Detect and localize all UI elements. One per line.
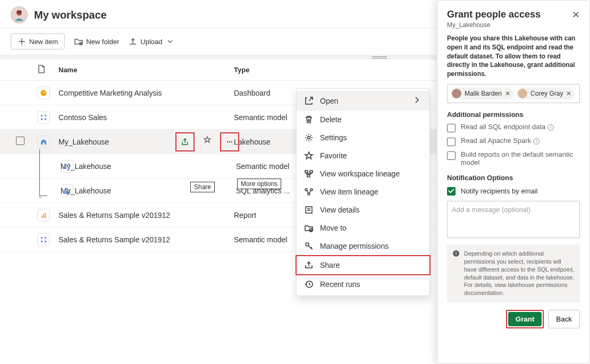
svg-rect-11: [64, 164, 66, 165]
back-button[interactable]: Back: [548, 310, 580, 328]
svg-rect-19: [41, 237, 43, 239]
star-icon: [304, 151, 314, 160]
new-item-button[interactable]: New item: [11, 33, 65, 49]
svg-rect-5: [41, 118, 43, 120]
row-name[interactable]: Sales & Returns Sample v201912: [58, 235, 234, 244]
svg-rect-12: [68, 164, 70, 165]
avatar: [518, 89, 527, 98]
checkbox-spark[interactable]: [447, 138, 456, 146]
menu-delete[interactable]: Delete: [297, 111, 429, 129]
column-header-type[interactable]: Type: [234, 66, 314, 74]
info-icon: i: [452, 250, 460, 257]
favorite-icon[interactable]: [200, 132, 215, 147]
svg-point-28: [310, 189, 313, 191]
semantic-icon: [61, 160, 73, 173]
panel-title: Grant people access: [447, 9, 541, 20]
svg-rect-4: [45, 115, 46, 116]
upload-label: Upload: [140, 38, 162, 46]
report-icon: [37, 209, 50, 222]
folder-plus-icon: [74, 37, 83, 46]
avatar: [452, 89, 461, 98]
upload-button[interactable]: Upload: [129, 37, 174, 46]
semantic-icon: [37, 233, 50, 246]
more-options-icon[interactable]: [222, 134, 237, 149]
chevron-down-icon: [166, 37, 174, 46]
remove-chip-icon[interactable]: ✕: [505, 90, 510, 97]
key-icon: [304, 241, 314, 251]
svg-rect-14: [68, 167, 70, 169]
svg-rect-30: [306, 207, 312, 213]
row-name[interactable]: Competitive Marketing Analysis: [58, 89, 234, 97]
info-icon[interactable]: i: [547, 124, 554, 131]
open-external-icon: [304, 96, 314, 106]
sql-icon: [61, 184, 73, 197]
grant-button[interactable]: Grant: [508, 312, 542, 326]
menu-settings[interactable]: Settings: [297, 129, 429, 147]
column-header-name[interactable]: Name: [58, 66, 234, 74]
plus-icon: [18, 37, 26, 46]
trash-icon: [304, 115, 314, 124]
checkbox-sql[interactable]: [447, 124, 456, 132]
perm-spark-row[interactable]: Read all Apache Sparki: [447, 137, 580, 146]
notify-email-row[interactable]: Notify recipients by email: [447, 187, 580, 196]
row-name[interactable]: Contoso Sales: [58, 113, 234, 122]
person-chip: Corey Gray✕: [517, 88, 575, 99]
svg-rect-7: [43, 142, 45, 145]
close-icon[interactable]: ✕: [572, 9, 580, 21]
checkbox-notify-email[interactable]: [447, 187, 456, 196]
perm-sql-row[interactable]: Read all SQL endpoint datai: [447, 123, 580, 132]
share-tooltip: Share: [190, 182, 215, 192]
message-input[interactable]: Add a message (optional): [447, 201, 580, 238]
context-menu: Open Delete Settings Favorite View works…: [296, 88, 430, 296]
notification-options-title: Notification Options: [447, 174, 580, 182]
additional-permissions-title: Additional permissions: [447, 111, 580, 118]
svg-rect-3: [41, 115, 43, 116]
details-icon: [304, 205, 314, 215]
svg-point-29: [308, 193, 310, 195]
row-name[interactable]: Sales & Returns Sample v201912: [58, 211, 234, 219]
new-folder-label: New folder: [86, 38, 119, 46]
workspace-title: My workspace: [34, 9, 107, 21]
panel-description: People you share this Lakehouse with can…: [447, 34, 580, 79]
people-input[interactable]: Malik Barden✕Corey Gray✕: [447, 84, 580, 103]
dashboard-icon: [37, 87, 50, 99]
checkbox-build[interactable]: [447, 151, 456, 160]
row-name[interactable]: My_Lakehouse: [61, 162, 236, 171]
chip-name: Corey Gray: [530, 90, 563, 97]
resize-handle-icon[interactable]: [372, 56, 387, 59]
menu-workspace-lineage[interactable]: View workspace lineage: [297, 165, 429, 183]
file-icon: [37, 65, 46, 73]
svg-point-23: [308, 137, 310, 139]
info-icon[interactable]: i: [533, 138, 540, 145]
svg-rect-15: [66, 191, 68, 193]
gear-icon: [304, 133, 314, 142]
svg-point-9: [229, 141, 231, 142]
share-icon[interactable]: [178, 134, 192, 149]
remove-chip-icon[interactable]: ✕: [566, 90, 571, 97]
menu-item-lineage[interactable]: View item lineage: [297, 183, 429, 201]
svg-rect-20: [45, 237, 46, 239]
person-chip: Malik Barden✕: [451, 88, 513, 99]
svg-rect-13: [64, 167, 66, 169]
menu-favorite[interactable]: Favorite: [297, 147, 429, 165]
history-icon: [304, 280, 314, 289]
chip-name: Malik Barden: [465, 90, 502, 97]
menu-manage-permissions[interactable]: Manage permissions: [297, 237, 429, 255]
svg-point-27: [305, 189, 307, 191]
workspace-avatar: [11, 6, 28, 23]
svg-rect-25: [310, 171, 313, 173]
perm-build-row[interactable]: Build reports on the default semantic mo…: [447, 150, 580, 166]
row-checkbox[interactable]: [16, 137, 24, 145]
svg-rect-24: [305, 171, 308, 173]
lineage-icon: [304, 169, 314, 179]
menu-recent-runs[interactable]: Recent runs: [297, 275, 429, 293]
grant-access-panel: Grant people access My_Lakehouse ✕ Peopl…: [437, 0, 590, 364]
menu-open[interactable]: Open: [297, 91, 429, 111]
menu-view-details[interactable]: View details: [297, 201, 429, 219]
svg-rect-18: [45, 213, 46, 218]
new-folder-button[interactable]: New folder: [74, 37, 119, 46]
lakehouse-icon: [37, 136, 50, 148]
menu-share[interactable]: Share: [296, 255, 431, 275]
menu-move-to[interactable]: Move to: [297, 219, 429, 237]
new-item-label: New item: [29, 38, 58, 46]
